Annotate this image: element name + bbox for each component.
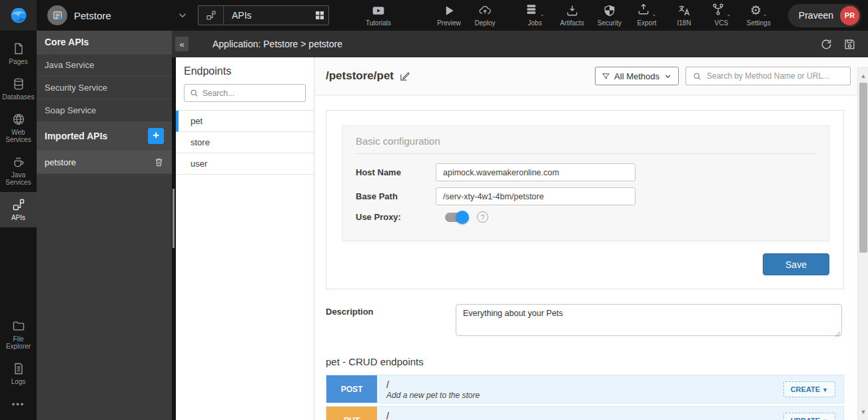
- i18n-button[interactable]: I18N: [669, 4, 699, 27]
- branch-icon: [711, 3, 725, 17]
- sidebar-item-logs[interactable]: Logs: [0, 356, 37, 391]
- help-icon[interactable]: ?: [477, 211, 488, 223]
- rail-label: Java Services: [1, 171, 35, 186]
- core-apis-header: Core APIs: [37, 31, 172, 54]
- nav-item-java-service[interactable]: Java Service: [37, 54, 172, 77]
- user-avatar: PR: [840, 6, 859, 25]
- endpoint-item-user[interactable]: user: [176, 153, 314, 175]
- jobs-button[interactable]: ⌄ Jobs: [520, 4, 550, 27]
- panel-scroll-thumb[interactable]: [173, 189, 175, 248]
- preview-button[interactable]: Preview: [434, 4, 464, 27]
- nav-item-petstore[interactable]: petstore: [37, 151, 172, 174]
- sidebar-item-pages[interactable]: Pages: [0, 36, 37, 71]
- resize-grip-icon[interactable]: [835, 331, 841, 337]
- wave-logo-icon: [9, 6, 28, 25]
- vcs-button[interactable]: ⌄ VCS: [707, 4, 736, 27]
- trash-icon[interactable]: [154, 157, 164, 167]
- page-title: /petstore/pet: [326, 69, 394, 83]
- endpoints-search-input[interactable]: [203, 89, 300, 98]
- sidebar-item-apis[interactable]: APIs: [0, 192, 37, 227]
- tutorials-button[interactable]: Tutorials: [364, 4, 393, 27]
- save-icon[interactable]: [843, 38, 856, 51]
- user-menu[interactable]: Praveen PR: [788, 4, 861, 27]
- gear-icon: ⚙: [750, 4, 761, 17]
- security-label: Security: [598, 19, 622, 27]
- caret-down-icon: ▼: [822, 418, 828, 420]
- post-badge: POST: [326, 375, 377, 403]
- grid-menu-icon[interactable]: [311, 10, 328, 21]
- sidebar-item-java-services[interactable]: Java Services: [0, 149, 37, 192]
- chevron-down-icon: ⌄: [651, 11, 656, 17]
- endpoints-list: pet store user: [176, 110, 314, 175]
- more-options-icon[interactable]: •••: [0, 391, 37, 420]
- scroll-up-arrow[interactable]: ▲: [858, 71, 868, 81]
- breadcrumb: Application: Petstore > petstore: [213, 39, 342, 49]
- description-textarea[interactable]: Everything about your Pets: [456, 304, 842, 336]
- method-search-input[interactable]: [707, 71, 843, 81]
- basic-config-box: Basic configuration Host Name Base Path …: [342, 125, 829, 241]
- put-badge: PUT: [326, 407, 377, 420]
- endpoint-item-store[interactable]: store: [176, 132, 314, 153]
- apis-node-icon: [12, 198, 25, 211]
- jobs-label: Jobs: [528, 19, 542, 27]
- main-header: /petstore/pet All Methods: [314, 57, 857, 95]
- create-action-button[interactable]: CREATE▼: [783, 381, 835, 397]
- methods-filter-label: All Methods: [614, 71, 659, 81]
- folder-icon: [12, 319, 25, 333]
- use-proxy-toggle[interactable]: [445, 213, 468, 222]
- save-button[interactable]: Save: [763, 253, 829, 275]
- project-switcher[interactable]: Petstore: [47, 5, 189, 25]
- top-bar: Petstore APIs Tutorials: [0, 0, 868, 31]
- crud-section-title: pet - CRUD endpoints: [326, 356, 844, 367]
- toggle-knob: [456, 211, 469, 224]
- description-row: Description Everything about your Pets: [326, 304, 844, 339]
- project-name: Petstore: [74, 10, 170, 21]
- sidebar-item-file-explorer[interactable]: File Explorer: [0, 313, 37, 356]
- use-proxy-label: Use Proxy:: [356, 212, 436, 222]
- settings-button[interactable]: ⚙⌄ Settings: [744, 4, 773, 27]
- main-scrollbar[interactable]: ▲ ▼: [857, 68, 868, 420]
- method-search[interactable]: [685, 67, 851, 85]
- edit-icon[interactable]: [399, 71, 410, 82]
- sidebar-item-web-services[interactable]: Web Services: [0, 107, 37, 149]
- database-icon: [12, 77, 25, 91]
- methods-filter-dropdown[interactable]: All Methods: [595, 67, 679, 85]
- download-tray-icon: [566, 4, 579, 17]
- rail-label: Pages: [9, 58, 27, 65]
- method-description: Add a new pet to the store: [386, 391, 783, 400]
- wavemaker-logo[interactable]: [0, 0, 37, 31]
- sidebar-item-databases[interactable]: Databases: [0, 71, 37, 107]
- endpoint-item-pet[interactable]: pet: [176, 111, 314, 132]
- artifacts-button[interactable]: Artifacts: [558, 4, 587, 27]
- add-api-button[interactable]: +: [148, 128, 164, 144]
- refresh-icon[interactable]: [820, 38, 833, 51]
- method-row-post[interactable]: POST / Add a new pet to the store CREATE…: [326, 375, 844, 403]
- scroll-down-arrow[interactable]: ▼: [858, 407, 868, 417]
- security-button[interactable]: Security: [595, 4, 624, 27]
- preview-label: Preview: [437, 19, 461, 27]
- endpoints-search[interactable]: [184, 84, 306, 102]
- search-icon: [190, 89, 199, 97]
- chevron-down-icon: [177, 9, 189, 21]
- endpoints-panel: Endpoints pet store user: [176, 57, 314, 420]
- nav-item-soap-service[interactable]: Soap Service: [37, 99, 172, 122]
- collapse-panel-button[interactable]: «: [175, 37, 189, 51]
- method-row-put[interactable]: PUT / Update an existing pet UPDATE▼: [326, 406, 844, 420]
- export-button[interactable]: ⌄ Export: [632, 4, 661, 27]
- scrollbar-thumb[interactable]: [859, 83, 867, 253]
- core-apis-title: Core APIs: [45, 37, 89, 47]
- config-card: Basic configuration Host Name Base Path …: [326, 110, 844, 289]
- host-name-input[interactable]: [436, 163, 636, 181]
- scrollbar-header-fill: [857, 57, 868, 68]
- left-rail: Pages Databases Web Services Java Servic…: [0, 31, 37, 420]
- base-path-input[interactable]: [436, 187, 636, 205]
- nav-item-security-service[interactable]: Security Service: [37, 77, 172, 99]
- chevron-down-icon: [663, 72, 672, 81]
- project-avatar: [47, 5, 67, 25]
- workspace-selector[interactable]: APIs: [198, 5, 329, 25]
- update-action-button[interactable]: UPDATE▼: [783, 413, 835, 420]
- i18n-label: I18N: [677, 19, 691, 27]
- project-list-icon: [53, 11, 63, 21]
- deploy-button[interactable]: Deploy: [470, 4, 500, 27]
- page-icon: [12, 42, 25, 55]
